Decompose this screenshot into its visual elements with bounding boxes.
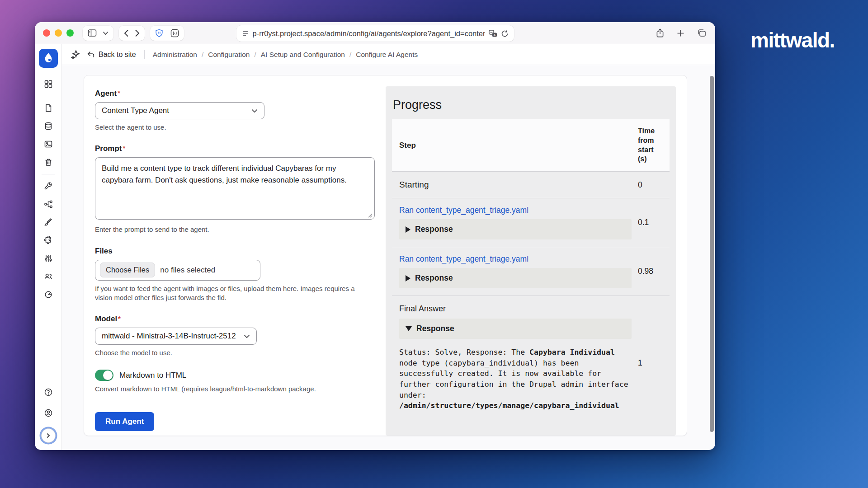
window-controls	[43, 29, 74, 37]
agent-explorer-card: Agent* Content Type Agent Select the age…	[84, 75, 687, 436]
page-content: Agent* Content Type Agent Select the age…	[62, 65, 715, 450]
dashboard-icon[interactable]	[39, 75, 57, 93]
required-asterisk: *	[118, 314, 121, 322]
step-text: Starting	[399, 179, 638, 191]
model-label: Model*	[95, 314, 386, 324]
browser-toolbar: p-rr0yst.project.space/admin/config/ai/a…	[35, 22, 715, 44]
back-to-site-link[interactable]: Back to site	[87, 51, 136, 59]
sparkles-icon[interactable]	[70, 49, 81, 60]
close-window-button[interactable]	[43, 29, 50, 37]
breadcrumb-separator: /	[349, 51, 351, 59]
back-to-site-label: Back to site	[99, 51, 136, 59]
response-accordion-collapsed[interactable]: Response	[399, 219, 632, 239]
breadcrumb-item-ai-setup[interactable]: AI Setup and Configuration	[261, 51, 345, 59]
sidebar-chevron-down-icon[interactable]	[103, 31, 108, 35]
step-link[interactable]: Ran content_type_agent_triage.yaml	[399, 254, 638, 264]
translate-icon[interactable]: A	[489, 30, 497, 38]
sidebar-divider	[42, 96, 55, 96]
chevron-down-icon	[251, 109, 258, 113]
triangle-down-icon	[406, 326, 412, 331]
agent-form: Agent* Content Type Agent Select the age…	[84, 75, 386, 436]
table-row: Starting 0	[392, 171, 670, 198]
reader-icon[interactable]	[242, 30, 249, 37]
response-accordion-collapsed[interactable]: Response	[399, 268, 632, 288]
chevron-right-icon	[46, 432, 51, 439]
prompt-textarea[interactable]: Build me a content type to track differe…	[95, 157, 375, 220]
zoom-window-button[interactable]	[66, 29, 74, 37]
brackets-extension-icon[interactable]	[170, 29, 179, 38]
forward-button[interactable]	[135, 29, 140, 37]
minimize-window-button[interactable]	[55, 29, 62, 37]
agent-label: Agent*	[95, 89, 386, 98]
breadcrumb-item-configure-ai-agents[interactable]: Configure AI Agents	[356, 51, 418, 59]
triangle-right-icon	[406, 275, 410, 282]
table-row: Final Answer Response Status: Solve, Res…	[392, 296, 670, 430]
breadcrumb-item-administration[interactable]: Administration	[153, 51, 197, 59]
breadcrumb: Administration / Configuration / AI Setu…	[153, 51, 418, 59]
url-text: p-rr0yst.project.space/admin/config/ai/a…	[253, 29, 485, 38]
trash-icon[interactable]	[39, 153, 57, 171]
required-asterisk: *	[118, 89, 120, 97]
content-icon[interactable]	[39, 99, 57, 117]
files-help-text: If you want to feed the agent with image…	[95, 284, 366, 303]
tools-wrench-icon[interactable]	[39, 177, 57, 195]
breadcrumb-separator: /	[254, 51, 256, 59]
drupal-logo-button[interactable]	[39, 49, 58, 68]
extend-puzzle-icon[interactable]	[39, 231, 57, 249]
prompt-help-text: Enter the prompt to send to the agent.	[95, 225, 375, 234]
database-icon[interactable]	[39, 117, 57, 135]
reports-pie-icon[interactable]	[39, 286, 57, 304]
breadcrumb-bar: Back to site Administration / Configurat…	[62, 44, 715, 65]
media-icon[interactable]	[39, 135, 57, 153]
agent-select[interactable]: Content Type Agent	[95, 102, 264, 119]
url-bar[interactable]: p-rr0yst.project.space/admin/config/ai/a…	[236, 25, 514, 42]
help-icon[interactable]	[39, 383, 57, 401]
return-arrow-icon	[87, 51, 94, 58]
file-input[interactable]: Choose Files no files selected	[95, 260, 260, 281]
markdown-toggle-label: Markdown to HTML	[119, 371, 186, 380]
people-icon[interactable]	[39, 267, 57, 286]
triangle-right-icon	[406, 226, 410, 233]
response-accordion-expanded[interactable]: Response	[399, 319, 632, 339]
table-row: Ran content_type_agent_triage.yaml Respo…	[392, 247, 670, 296]
back-button[interactable]	[124, 29, 129, 37]
choose-files-button[interactable]: Choose Files	[100, 263, 155, 277]
markdown-help-text: Convert markdown to HTML (requires leagu…	[95, 385, 375, 394]
step-text: Final Answer	[399, 303, 638, 314]
step-link[interactable]: Ran content_type_agent_triage.yaml	[399, 206, 638, 215]
time-value: 0.98	[638, 267, 670, 276]
markdown-toggle[interactable]	[95, 370, 113, 381]
table-row: Ran content_type_agent_triage.yaml Respo…	[392, 198, 670, 247]
workflow-icon[interactable]	[39, 195, 57, 213]
model-help-text: Choose the model to use.	[95, 348, 375, 357]
agent-help-text: Select the agent to use.	[95, 123, 375, 132]
time-value: 0	[638, 180, 670, 190]
sidebar-divider	[42, 174, 55, 174]
appearance-brush-icon[interactable]	[39, 213, 57, 231]
reload-icon[interactable]	[501, 30, 509, 38]
page-scrollbar-thumb[interactable]	[710, 76, 714, 432]
breadcrumb-item-configuration[interactable]: Configuration	[208, 51, 250, 59]
account-icon[interactable]	[39, 404, 57, 422]
response-label: Response	[416, 324, 454, 333]
toolbar-right-group	[656, 28, 706, 38]
time-value: 0.1	[638, 218, 670, 227]
prompt-label: Prompt*	[95, 144, 386, 153]
browser-sidebar-icon[interactable]	[88, 29, 97, 37]
response-label: Response	[415, 225, 453, 234]
share-icon[interactable]	[656, 28, 664, 38]
time-column-header: Time from start (s)	[638, 127, 670, 164]
configuration-sliders-icon[interactable]	[39, 249, 57, 267]
model-select[interactable]: mittwald - Ministral-3-14B-Instruct-2512	[95, 328, 257, 345]
tab-overview-icon[interactable]	[697, 29, 706, 37]
new-tab-icon[interactable]	[677, 29, 684, 37]
required-asterisk: *	[123, 144, 126, 152]
files-label: Files	[95, 247, 386, 256]
run-agent-button[interactable]: Run Agent	[95, 412, 154, 431]
desktop-background: mittwald.	[0, 0, 868, 488]
model-select-value: mittwald - Ministral-3-14B-Instruct-2512	[102, 332, 236, 341]
admin-sidebar	[35, 44, 62, 450]
sidebar-expand-button[interactable]	[41, 428, 56, 443]
shield-extension-icon[interactable]	[155, 29, 163, 38]
response-label: Response	[415, 273, 453, 283]
